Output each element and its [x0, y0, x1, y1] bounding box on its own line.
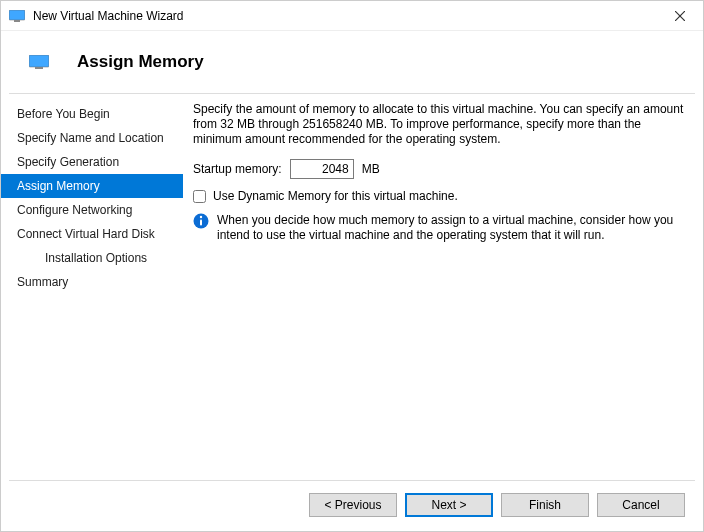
next-button[interactable]: Next > — [405, 493, 493, 517]
svg-point-8 — [200, 216, 202, 218]
window-title: New Virtual Machine Wizard — [33, 9, 665, 23]
cancel-button[interactable]: Cancel — [597, 493, 685, 517]
intro-text: Specify the amount of memory to allocate… — [193, 102, 685, 147]
dynamic-memory-checkbox[interactable] — [193, 190, 206, 203]
nav-installation-options[interactable]: Installation Options — [1, 246, 183, 270]
startup-memory-label: Startup memory: — [193, 162, 282, 176]
nav-specify-name-location[interactable]: Specify Name and Location — [1, 126, 183, 150]
svg-rect-4 — [29, 55, 49, 67]
close-icon — [675, 11, 685, 21]
info-row: When you decide how much memory to assig… — [193, 213, 685, 243]
svg-rect-7 — [200, 220, 202, 226]
app-icon — [9, 10, 25, 22]
nav-specify-generation[interactable]: Specify Generation — [1, 150, 183, 174]
dynamic-memory-label: Use Dynamic Memory for this virtual mach… — [213, 189, 458, 203]
content-pane: Specify the amount of memory to allocate… — [183, 94, 703, 474]
nav-configure-networking[interactable]: Configure Networking — [1, 198, 183, 222]
previous-button[interactable]: < Previous — [309, 493, 397, 517]
nav-before-you-begin[interactable]: Before You Begin — [1, 102, 183, 126]
monitor-icon — [29, 55, 49, 69]
nav-summary[interactable]: Summary — [1, 270, 183, 294]
footer-divider — [9, 480, 695, 481]
titlebar: New Virtual Machine Wizard — [1, 1, 703, 31]
startup-memory-unit: MB — [362, 162, 380, 176]
wizard-nav: Before You Begin Specify Name and Locati… — [1, 94, 183, 474]
svg-rect-1 — [14, 20, 20, 22]
startup-memory-input[interactable] — [290, 159, 354, 179]
finish-button[interactable]: Finish — [501, 493, 589, 517]
nav-connect-vhd[interactable]: Connect Virtual Hard Disk — [1, 222, 183, 246]
wizard-footer: < Previous Next > Finish Cancel — [309, 493, 685, 517]
svg-rect-0 — [9, 10, 25, 20]
info-text: When you decide how much memory to assig… — [217, 213, 685, 243]
page-title: Assign Memory — [77, 52, 204, 72]
close-button[interactable] — [665, 6, 695, 26]
wizard-header: Assign Memory — [1, 31, 703, 93]
svg-rect-5 — [35, 67, 43, 69]
nav-assign-memory[interactable]: Assign Memory — [1, 174, 183, 198]
dynamic-memory-row: Use Dynamic Memory for this virtual mach… — [193, 189, 685, 203]
info-icon — [193, 213, 209, 229]
startup-memory-row: Startup memory: MB — [193, 159, 685, 179]
